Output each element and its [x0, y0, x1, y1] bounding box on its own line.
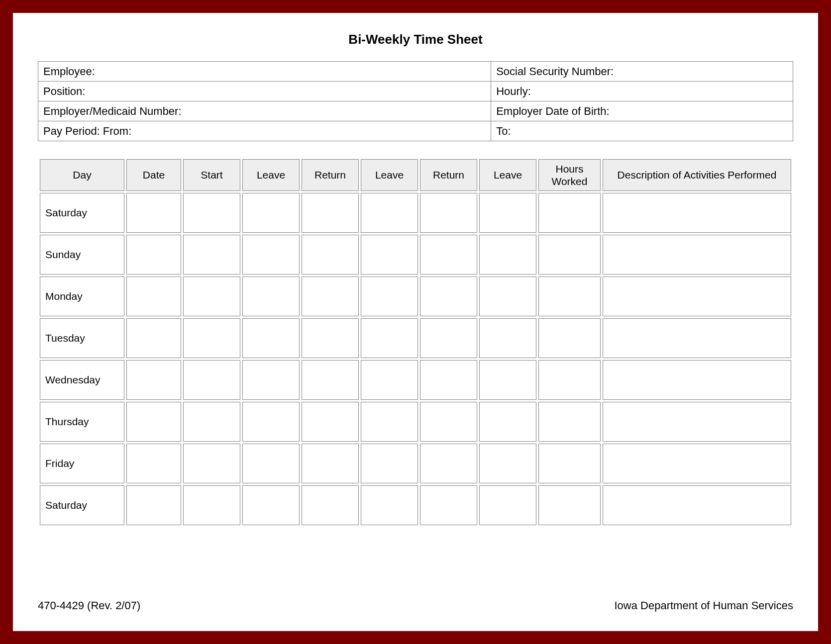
day-cell: Wednesday [40, 360, 124, 400]
empty-cell [420, 360, 477, 400]
empty-cell [242, 402, 300, 442]
empty-cell [126, 193, 181, 233]
empty-cell [420, 318, 477, 358]
empty-cell [603, 485, 791, 525]
col-header-leave: Leave [479, 159, 536, 191]
col-header-day: Day [40, 159, 124, 191]
empty-cell [538, 402, 601, 442]
day-cell: Monday [40, 276, 124, 316]
empty-cell [479, 276, 536, 316]
day-cell: Thursday [40, 402, 124, 442]
day-cell: Sunday [40, 235, 124, 275]
empty-cell [420, 485, 477, 525]
empty-cell [242, 485, 300, 525]
empty-cell [479, 444, 536, 483]
table-row: Friday [40, 444, 791, 483]
empty-cell [242, 276, 300, 316]
empty-cell [603, 276, 791, 316]
timesheet-table: Day Date Start Leave Return Leave Return… [38, 157, 793, 527]
empty-cell [183, 444, 240, 483]
empty-cell [479, 485, 536, 525]
info-table: Employee: Social Security Number: Positi… [38, 61, 793, 141]
document-border: Bi-Weekly Time Sheet Employee: Social Se… [0, 0, 831, 644]
empty-cell [361, 276, 418, 316]
col-header-return: Return [302, 159, 359, 191]
empty-cell [538, 444, 601, 483]
empty-cell [479, 402, 536, 442]
empty-cell [302, 485, 359, 525]
empty-cell [361, 235, 418, 275]
table-row: Wednesday [40, 360, 791, 400]
empty-cell [302, 444, 359, 483]
empty-cell [183, 485, 240, 525]
empty-cell [302, 193, 359, 233]
department-name: Iowa Department of Human Services [615, 599, 794, 612]
employee-field: Employee: [38, 62, 491, 82]
empty-cell [242, 193, 300, 233]
hourly-field: Hourly: [491, 82, 793, 101]
empty-cell [538, 318, 601, 358]
empty-cell [242, 360, 300, 400]
empty-cell [603, 235, 791, 275]
empty-cell [361, 360, 418, 400]
empty-cell [479, 235, 536, 275]
pay-period-from-field: Pay Period: From: [38, 121, 491, 141]
day-cell: Friday [40, 444, 124, 483]
day-cell: Saturday [40, 485, 124, 525]
col-header-desc: Description of Activities Performed [603, 159, 791, 191]
col-header-leave: Leave [242, 159, 300, 191]
table-row: Monday [40, 276, 791, 316]
table-row: Saturday [40, 485, 791, 525]
empty-cell [603, 318, 791, 358]
empty-cell [538, 193, 601, 233]
empty-cell [603, 444, 791, 483]
empty-cell [242, 444, 300, 483]
empty-cell [183, 276, 240, 316]
empty-cell [420, 444, 477, 483]
footer: 470-4429 (Rev. 2/07) Iowa Department of … [38, 599, 793, 612]
day-cell: Saturday [40, 193, 124, 233]
empty-cell [420, 235, 477, 275]
day-cell: Tuesday [40, 318, 124, 358]
page: Bi-Weekly Time Sheet Employee: Social Se… [13, 13, 818, 631]
empty-cell [126, 318, 181, 358]
empty-cell [302, 318, 359, 358]
col-header-date: Date [126, 159, 181, 191]
empty-cell [538, 360, 601, 400]
empty-cell [126, 235, 181, 275]
employer-dob-field: Employer Date of Birth: [491, 101, 793, 121]
empty-cell [126, 360, 181, 400]
empty-cell [302, 402, 359, 442]
empty-cell [479, 318, 536, 358]
col-header-leave: Leave [361, 159, 418, 191]
empty-cell [183, 193, 240, 233]
empty-cell [538, 276, 601, 316]
empty-cell [302, 360, 359, 400]
timesheet-header-row: Day Date Start Leave Return Leave Return… [40, 159, 791, 191]
empty-cell [126, 485, 181, 525]
empty-cell [361, 402, 418, 442]
empty-cell [420, 402, 477, 442]
table-row: Saturday [40, 193, 791, 233]
col-header-start: Start [183, 159, 240, 191]
empty-cell [479, 360, 536, 400]
ssn-field: Social Security Number: [491, 62, 793, 82]
empty-cell [302, 235, 359, 275]
col-header-hours: Hours Worked [538, 159, 601, 191]
empty-cell [361, 318, 418, 358]
empty-cell [126, 276, 181, 316]
empty-cell [183, 235, 240, 275]
empty-cell [183, 318, 240, 358]
empty-cell [603, 402, 791, 442]
table-row: Sunday [40, 235, 791, 275]
table-row: Thursday [40, 402, 791, 442]
empty-cell [126, 402, 181, 442]
empty-cell [183, 360, 240, 400]
table-row: Tuesday [40, 318, 791, 358]
empty-cell [479, 193, 536, 233]
empty-cell [603, 360, 791, 400]
empty-cell [242, 318, 300, 358]
empty-cell [242, 235, 300, 275]
empty-cell [538, 485, 601, 525]
empty-cell [361, 193, 418, 233]
